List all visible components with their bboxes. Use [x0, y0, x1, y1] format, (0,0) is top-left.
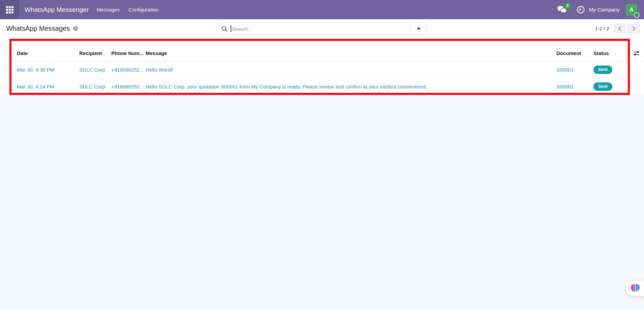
- search-input[interactable]: [232, 26, 411, 32]
- column-header-date[interactable]: Date: [17, 50, 79, 56]
- select-all-checkbox[interactable]: [4, 50, 10, 56]
- cell-phone-number[interactable]: +918080252...: [111, 67, 146, 73]
- search-bar: [217, 23, 427, 35]
- pager: 1-2 / 2: [595, 19, 641, 38]
- cell-message[interactable]: Hello World!: [146, 67, 556, 73]
- cell-date[interactable]: Mar 30, 4:24 PM: [17, 84, 79, 89]
- text-caret: [231, 25, 231, 32]
- pager-range: 1-2 / 2: [595, 26, 609, 31]
- company-switcher[interactable]: My Company: [589, 7, 620, 13]
- cell-recipient[interactable]: SDLC Corp: [79, 84, 111, 89]
- view-settings-gear-icon[interactable]: ⚙: [73, 26, 78, 32]
- apps-menu-button[interactable]: [0, 0, 19, 19]
- optional-columns-sliders-icon[interactable]: [633, 51, 640, 56]
- cell-message[interactable]: Hello SDLC Corp, your quotation S00001 f…: [146, 84, 556, 89]
- online-status-dot: [634, 12, 640, 18]
- breadcrumb: WhatsApp Messages ⚙: [6, 19, 78, 38]
- nav-menu-messages[interactable]: Messages: [92, 0, 124, 19]
- control-panel: WhatsApp Messages ⚙ 1-2 / 2: [0, 19, 644, 38]
- messages-count-badge: 3: [564, 3, 571, 9]
- brain-icon: [630, 283, 640, 293]
- chevron-left-icon: [618, 26, 621, 31]
- pager-next-button[interactable]: [627, 23, 640, 34]
- nav-menu-configuration[interactable]: Configuration: [124, 0, 163, 19]
- column-header-phone-number[interactable]: Phone Num...: [111, 50, 146, 56]
- chevron-down-icon: [417, 28, 421, 30]
- table-header-row: Date Recipient Phone Num... Message Docu…: [0, 45, 644, 61]
- cell-document-link[interactable]: S00001: [556, 67, 593, 73]
- row-checkbox[interactable]: [4, 67, 10, 73]
- top-navbar: WhatsApp Messenger Messages Configuratio…: [0, 0, 644, 19]
- cell-document-link[interactable]: S00001: [556, 84, 593, 89]
- row-checkbox[interactable]: [4, 84, 10, 90]
- cell-date[interactable]: Mar 30, 4:36 PM: [17, 67, 79, 73]
- chevron-right-icon: [632, 26, 636, 31]
- column-header-status[interactable]: Status: [593, 50, 629, 56]
- search-options-toggle[interactable]: [411, 23, 426, 34]
- status-badge: Sent: [593, 82, 612, 91]
- table-row[interactable]: Mar 30, 4:24 PM SDLC Corp +918080252... …: [0, 78, 644, 95]
- messages-systray-button[interactable]: 3: [557, 5, 567, 14]
- activities-systray-button[interactable]: [577, 5, 585, 14]
- app-title[interactable]: WhatsApp Messenger: [25, 6, 89, 14]
- column-header-recipient[interactable]: Recipient: [79, 50, 111, 56]
- avatar-letter: A: [630, 7, 634, 13]
- status-badge: Sent: [593, 66, 612, 74]
- cell-phone-number[interactable]: +918080252...: [111, 84, 146, 89]
- page-title: WhatsApp Messages: [6, 25, 70, 32]
- user-avatar[interactable]: A: [626, 4, 637, 16]
- table-row[interactable]: Mar 30, 4:36 PM SDLC Corp +918080252... …: [0, 61, 644, 78]
- pager-previous-button[interactable]: [613, 23, 626, 34]
- cell-recipient[interactable]: SDLC Corp: [79, 67, 111, 73]
- content-spacer: [0, 38, 644, 45]
- column-header-message[interactable]: Message: [146, 50, 556, 56]
- column-header-document[interactable]: Document: [556, 50, 593, 56]
- activity-clock-icon: [577, 5, 585, 14]
- search-icon: [222, 26, 227, 32]
- floating-brain-button[interactable]: [626, 281, 644, 296]
- empty-content-area: [0, 95, 644, 309]
- apps-grid-icon: [6, 6, 13, 14]
- navbar-systray: 3 My Company A: [557, 4, 644, 16]
